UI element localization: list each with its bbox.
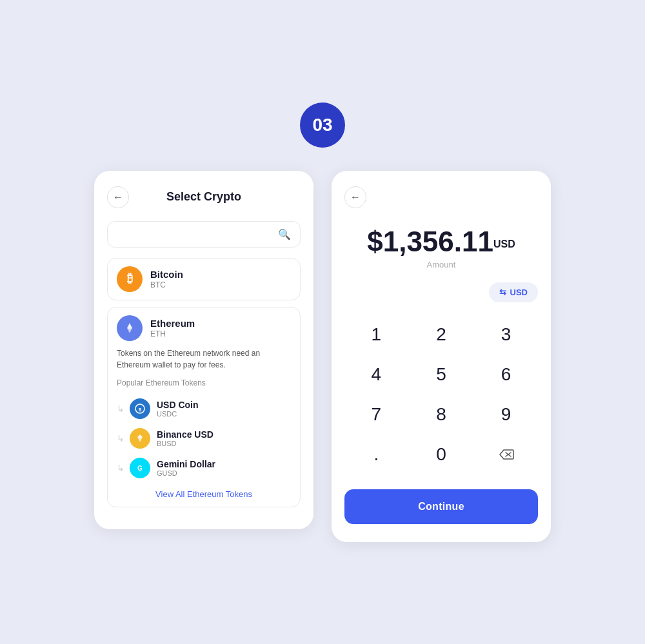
view-all-link[interactable]: View All Ethereum Tokens: [117, 489, 291, 499]
search-input[interactable]: [117, 229, 278, 239]
currency-label: USD: [510, 288, 528, 297]
amount-currency: USD: [493, 238, 515, 249]
gusd-info: Gemini Dollar GUSD: [157, 459, 215, 477]
step-badge: 03: [300, 102, 345, 148]
select-crypto-panel: ← Select Crypto 🔍 ₿ Bitcoin BTC: [94, 171, 313, 529]
eth-ticker: ETH: [150, 329, 195, 338]
eth-icon: [117, 315, 143, 341]
left-panel-header: ← Select Crypto: [107, 186, 301, 208]
panels-container: ← Select Crypto 🔍 ₿ Bitcoin BTC: [94, 171, 551, 542]
btc-symbol: ₿: [127, 272, 133, 286]
left-back-button[interactable]: ←: [107, 186, 129, 208]
busd-item[interactable]: ↳ Binance USD BUSD: [117, 424, 291, 453]
currency-toggle-section: ⇆ USD: [344, 282, 538, 302]
eth-note: Tokens on the Ethereum network need an E…: [117, 347, 291, 371]
bitcoin-item[interactable]: ₿ Bitcoin BTC: [107, 258, 301, 300]
swap-icon: ⇆: [499, 288, 506, 297]
btc-name: Bitcoin: [150, 269, 183, 280]
amount-panel: ← $1,356.11USD Amount ⇆ USD 1 2 3 4 5 6 …: [332, 171, 551, 542]
amount-label: Amount: [344, 260, 538, 269]
key-dot[interactable]: .: [344, 435, 408, 474]
key-9[interactable]: 9: [474, 395, 538, 434]
continue-button[interactable]: Continue: [344, 489, 538, 524]
eth-info: Ethereum ETH: [150, 318, 195, 338]
keypad: 1 2 3 4 5 6 7 8 9 . 0: [344, 315, 538, 474]
busd-info: Binance USD BUSD: [157, 429, 213, 447]
popular-label: Popular Ethereum Tokens: [117, 378, 291, 387]
ethereum-section: Ethereum ETH Tokens on the Ethereum netw…: [107, 307, 301, 507]
amount-value: $1,356.11: [367, 226, 493, 257]
left-back-icon: ←: [113, 191, 123, 203]
right-panel-header: ←: [344, 186, 538, 208]
key-6[interactable]: 6: [474, 355, 538, 394]
key-2[interactable]: 2: [410, 315, 473, 354]
eth-name: Ethereum: [150, 318, 195, 329]
key-5[interactable]: 5: [410, 355, 473, 394]
left-panel-title: Select Crypto: [166, 190, 241, 204]
svg-text:G: G: [137, 465, 143, 472]
key-1[interactable]: 1: [344, 315, 408, 354]
key-delete[interactable]: [474, 435, 538, 474]
usdc-icon: $: [130, 398, 150, 419]
key-0[interactable]: 0: [410, 435, 473, 474]
ethereum-main[interactable]: Ethereum ETH: [117, 315, 291, 341]
btc-ticker: BTC: [150, 280, 183, 289]
key-7[interactable]: 7: [344, 395, 408, 434]
gusd-item[interactable]: ↳ G Gemini Dollar GUSD: [117, 453, 291, 483]
currency-toggle-button[interactable]: ⇆ USD: [489, 282, 538, 302]
gusd-indent: ↳: [117, 463, 124, 473]
amount-section: $1,356.11USD Amount: [344, 228, 538, 269]
svg-text:$: $: [139, 407, 142, 413]
right-back-button[interactable]: ←: [344, 186, 366, 208]
search-bar: 🔍: [107, 221, 301, 248]
btc-icon: ₿: [117, 266, 143, 292]
right-back-icon: ←: [350, 191, 361, 203]
usdc-info: USD Coin USDC: [157, 400, 199, 418]
key-3[interactable]: 3: [474, 315, 538, 354]
step-number: 03: [312, 115, 332, 135]
amount-display: $1,356.11USD: [344, 228, 538, 256]
key-4[interactable]: 4: [344, 355, 408, 394]
btc-info: Bitcoin BTC: [150, 269, 183, 289]
gusd-icon: G: [130, 458, 150, 478]
busd-icon: [130, 428, 150, 449]
busd-indent: ↳: [117, 433, 124, 444]
usdc-item[interactable]: ↳ $ USD Coin USDC: [117, 394, 291, 424]
search-icon: 🔍: [278, 228, 291, 240]
usdc-indent: ↳: [117, 404, 124, 414]
key-8[interactable]: 8: [410, 395, 473, 434]
